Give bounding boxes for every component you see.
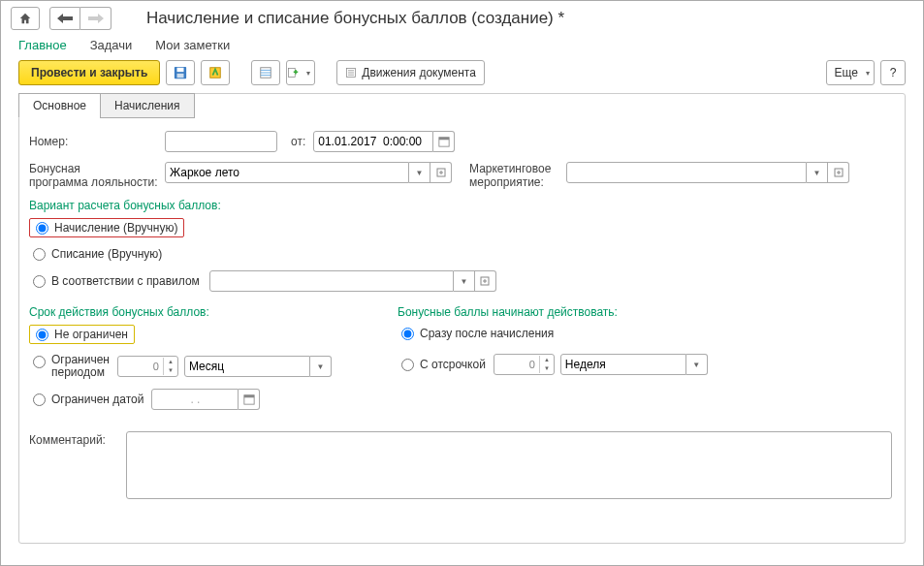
delay-up[interactable]: ▲ — [540, 356, 554, 364]
period-unit-select[interactable] — [184, 356, 310, 377]
start-effect-header: Бонусные баллы начинают действовать: — [398, 305, 712, 319]
date-label: от: — [291, 135, 305, 148]
calc-variant-header: Вариант расчета бонусных баллов: — [29, 199, 895, 212]
number-label: Номер: — [29, 135, 165, 148]
save-button[interactable] — [166, 60, 195, 85]
radio-accrual-manual[interactable]: Начисление (Вручную) — [36, 221, 177, 235]
marketing-event-label: Маркетинговоемероприятие: — [469, 162, 566, 189]
nav-tab-main[interactable]: Главное — [18, 38, 67, 52]
nav-tab-tasks[interactable]: Задачи — [90, 38, 133, 52]
rule-open[interactable] — [475, 270, 496, 292]
radio-delayed[interactable]: С отсрочкой — [401, 358, 486, 371]
delay-unit-select[interactable] — [560, 354, 686, 375]
period-up[interactable]: ▲ — [164, 358, 177, 366]
radio-by-rule[interactable]: В соответствии с правилом — [33, 274, 200, 288]
limited-date-input[interactable] — [151, 389, 239, 410]
nav-back-button[interactable] — [49, 7, 80, 30]
period-value-input[interactable]: 0 ▲▼ — [117, 356, 178, 377]
radio-unlimited[interactable]: Не ограничен — [36, 328, 128, 341]
more-button[interactable]: Еще — [826, 60, 875, 85]
window-title: Начисление и списание бонусных баллов (с… — [146, 9, 564, 28]
rule-input[interactable] — [209, 270, 454, 292]
document-movements-button[interactable]: Движения документа — [336, 60, 485, 85]
comment-label: Комментарий: — [29, 431, 126, 447]
marketing-event-dropdown[interactable]: ▼ — [807, 162, 828, 183]
limited-date-picker[interactable] — [239, 389, 260, 410]
comment-input[interactable] — [126, 431, 892, 499]
svg-rect-19 — [244, 395, 254, 398]
list-button[interactable] — [251, 60, 280, 85]
radio-limited-date[interactable]: Ограничен датой — [33, 393, 143, 406]
delay-value-input[interactable]: 0 ▲▼ — [494, 354, 555, 375]
date-input[interactable] — [313, 131, 433, 152]
create-based-button[interactable] — [286, 60, 315, 85]
delay-unit-dropdown[interactable]: ▼ — [686, 354, 708, 375]
nav-forward-button[interactable] — [80, 7, 112, 30]
validity-header: Срок действия бонусных баллов: — [29, 305, 359, 319]
svg-rect-2 — [177, 74, 184, 78]
delay-down[interactable]: ▼ — [540, 364, 554, 373]
home-button[interactable] — [11, 7, 40, 30]
date-picker-button[interactable] — [433, 131, 455, 152]
tab-main[interactable]: Основное — [18, 93, 101, 118]
radio-immediate[interactable]: Сразу после начисления — [398, 325, 712, 342]
marketing-event-open[interactable] — [828, 162, 849, 183]
bonus-program-label: Бонуснаяпрограмма лояльности: — [29, 162, 165, 189]
bonus-program-input[interactable] — [165, 162, 409, 183]
tab-accruals[interactable]: Начисления — [100, 93, 195, 118]
help-button[interactable]: ? — [880, 60, 906, 85]
post-and-close-button[interactable]: Провести и закрыть — [18, 60, 160, 85]
bonus-program-dropdown[interactable]: ▼ — [409, 162, 430, 183]
svg-rect-14 — [439, 138, 449, 141]
radio-writeoff-manual[interactable]: Списание (Вручную) — [29, 245, 895, 263]
number-input[interactable] — [165, 131, 277, 152]
marketing-event-input[interactable] — [566, 162, 807, 183]
nav-tab-notes[interactable]: Мои заметки — [155, 38, 230, 52]
period-unit-dropdown[interactable]: ▼ — [310, 356, 332, 377]
post-button[interactable] — [201, 60, 230, 85]
svg-rect-1 — [177, 68, 184, 72]
bonus-program-open[interactable] — [430, 162, 452, 183]
radio-limited-period[interactable]: Ограниченпериодом — [33, 354, 110, 379]
rule-dropdown[interactable]: ▼ — [454, 270, 475, 292]
period-down[interactable]: ▼ — [164, 366, 177, 375]
